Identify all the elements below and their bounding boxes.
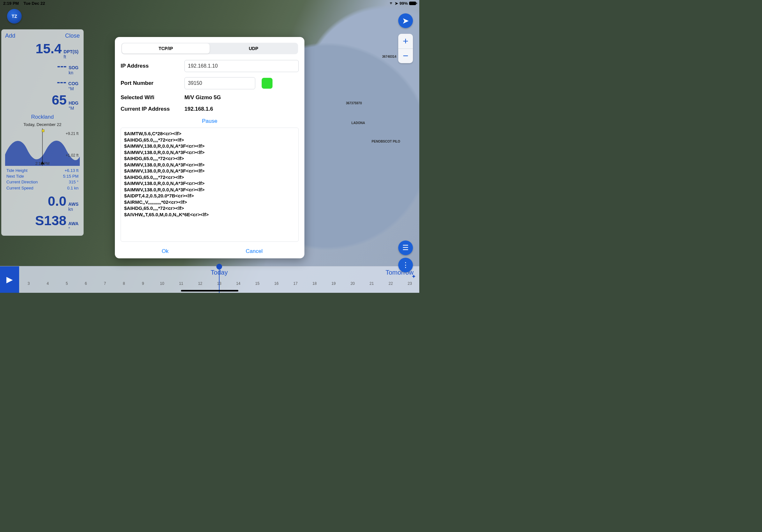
tide-date: Today, December 22 [3,120,82,127]
location-name: Rockland [3,112,82,120]
minus-icon: − [403,50,409,61]
nmea-connection-modal: TCP/IP UDP IP Address Port Number Select… [115,37,304,258]
tab-udp[interactable]: UDP [210,43,297,54]
nav-data-panel: Add Close 15.4 DPT(S) ft --- SOGkn --- C… [1,29,84,236]
protocol-segmented-control: TCP/IP UDP [121,43,298,54]
zoom-in-button[interactable]: + [398,34,413,49]
status-time: 2:19 PM [3,1,19,6]
cancel-button[interactable]: Cancel [210,248,299,254]
add-button[interactable]: Add [5,33,15,39]
port-number-label: Port Number [120,80,185,87]
sun-marker-icon [42,129,44,132]
hdg-reading: 65 HDG°M [3,93,82,111]
depth-reading: 15.4 DPT(S) ft [3,41,82,60]
ip-address-input[interactable] [185,60,299,72]
ok-button[interactable]: Ok [120,248,210,254]
timeline-hour-tick: 5 [57,281,76,286]
selected-wifi-label: Selected Wifi [120,95,185,101]
timeline-hour-tick: 14 [229,281,248,286]
timeline-hour-tick: 11 [172,281,191,286]
timeline-hour-tick: 10 [153,281,172,286]
status-date: Tue Dec 22 [24,1,45,6]
layers-button[interactable]: ☰ [398,240,413,255]
tide-time-marker: 2:19 PM [36,162,50,166]
zoom-out-button[interactable]: − [398,49,413,63]
status-bar: 2:19 PM Tue Dec 22 ᯤ ➤ 99% [0,0,419,6]
tab-tcpip[interactable]: TCP/IP [122,43,210,54]
port-number-input[interactable] [185,77,255,89]
timeline-hour-tick: 20 [343,281,362,286]
sog-reading: --- SOGkn [3,61,82,76]
timeline-hour-tick: 4 [38,281,57,286]
tide-high-value: +9.21 ft [66,131,79,136]
zoom-control: + − [398,34,413,63]
nmea-log-output[interactable]: $AIMTW,5.6,C*28<cr><lf> $AIHDG,65.0,,,,*… [120,128,299,242]
timeline-hour-tick: 23 [400,281,419,286]
status-battery: 99% [400,1,408,6]
arrow-icon: ➤ [402,16,409,26]
location-icon: ➤ [395,1,398,6]
ip-address-label: IP Address [120,63,185,69]
timeline-hour-tick: 16 [267,281,286,286]
selected-wifi-value: M/V Gizmo 5G [185,95,221,101]
wifi-icon: ᯤ [390,1,393,5]
aws-reading: 0.0 AWSkn [3,194,82,212]
timeline-hour-tick: 17 [286,281,305,286]
recenter-button[interactable]: ➤ [398,13,413,28]
timeline-hour-tick: 22 [381,281,401,286]
timeline-playhead[interactable] [219,266,219,293]
current-ip-label: Current IP Address [120,106,185,112]
pause-button[interactable]: Pause [120,117,299,128]
timeline-hour-tick: 15 [248,281,267,286]
tide-details: Tide Height+6.13 ft Next Tide5:15 PM Cur… [3,166,82,194]
timeline-star-icon[interactable]: ✦ [411,273,416,280]
timeline-hour-tick: 6 [76,281,95,286]
plus-icon: + [403,36,409,46]
tide-low-value: +1.02 ft [66,153,79,158]
play-icon: ▶ [6,275,13,285]
close-panel-button[interactable]: Close [65,33,80,39]
timeline-hour-tick: 21 [362,281,381,286]
play-button[interactable]: ▶ [0,266,19,293]
app-logo[interactable]: TZ [7,9,22,24]
timeline-track[interactable]: Today Tomorrow 3456789101112131415161718… [19,266,419,293]
timeline-hour-tick: 19 [324,281,343,286]
more-vertical-icon: ⋮ [402,261,409,269]
battery-icon [409,2,416,5]
layers-icon: ☰ [402,244,409,252]
cog-reading: --- COG°M [3,77,82,92]
timeline-bar: ▶ Today Tomorrow 34567891011121314151617… [0,266,419,293]
timeline-hour-tick: 3 [19,281,38,286]
timeline-hour-tick: 18 [305,281,324,286]
timeline-hour-tick: 8 [114,281,134,286]
timeline-hour-tick: 12 [190,281,210,286]
connection-status-indicator [262,78,272,89]
timeline-hour-tick: 9 [133,281,153,286]
more-button[interactable]: ⋮ [398,258,413,272]
tide-chart: +9.21 ft +1.02 ft 2:19 PM [5,128,80,166]
depth-value: 15.4 [36,41,62,56]
awa-reading: S138 AWA° [3,213,82,232]
home-indicator[interactable] [181,290,238,292]
current-ip-value: 192.168.1.6 [185,106,213,112]
timeline-hour-tick: 7 [95,281,114,286]
